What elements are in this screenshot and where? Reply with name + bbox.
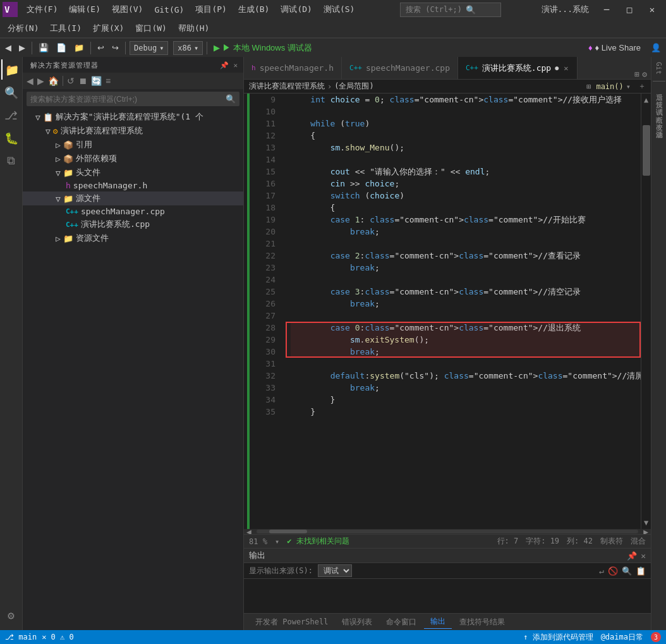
code-line-19[interactable]: case 1: class="comment-cn">class="commen… — [291, 214, 641, 226]
activity-settings[interactable]: ⚙ — [1, 605, 21, 625]
right-debug-icon[interactable]: 调试 — [653, 100, 665, 106]
activity-extensions[interactable]: ⧉ — [1, 150, 21, 171]
sidebar-home-btn[interactable]: 🏠 — [47, 75, 60, 87]
code-line-14[interactable] — [291, 154, 641, 166]
code-line-9[interactable]: int choice = 0; class="comment-cn">class… — [291, 94, 641, 106]
code-line-29[interactable]: sm.exitSystem(); — [291, 334, 641, 346]
tree-project[interactable]: ▽ ⚙ 演讲比赛流程管理系统 — [23, 124, 243, 138]
tree-resources[interactable]: ▷ 📁 资源文件 — [23, 231, 243, 245]
code-line-16[interactable]: cin >> choice; — [291, 178, 641, 190]
back-button[interactable]: ◀ — [3, 42, 14, 54]
code-line-20[interactable]: break; — [291, 226, 641, 238]
tree-external-deps[interactable]: ▷ 📦 外部依赖项 — [23, 152, 243, 166]
menu-git[interactable]: Git(G) — [149, 4, 189, 16]
code-line-13[interactable]: sm.show_Menu(); — [291, 142, 641, 154]
code-line-28[interactable]: case 0:class="comment-cn">class="comment… — [291, 322, 641, 334]
right-breakpoint-icon[interactable]: 断点 — [653, 108, 665, 113]
run-button[interactable]: ▶ ▶ 本地 Windows 调试器 — [211, 41, 315, 55]
zoom-dropdown[interactable]: ▾ — [275, 537, 279, 546]
code-line-33[interactable]: break; — [291, 382, 641, 394]
tab-speechmanager-cpp[interactable]: C++ speechManager.cpp — [342, 57, 458, 79]
tab-close-button[interactable]: ✕ — [562, 64, 569, 73]
breadcrumb-scope[interactable]: (全局范围) — [334, 81, 373, 92]
code-line-31[interactable] — [291, 358, 641, 370]
sidebar-forward-btn[interactable]: ▶ — [36, 75, 45, 87]
output-clear-icon[interactable]: 🚫 — [608, 566, 618, 576]
sidebar-back-btn[interactable]: ◀ — [25, 75, 35, 87]
horizontal-scrollbar[interactable]: ◀ ▶ — [244, 529, 651, 534]
output-wrap-icon[interactable]: ↵ — [599, 566, 604, 576]
code-line-24[interactable] — [291, 274, 641, 286]
activity-debug[interactable]: 🐛 — [1, 128, 21, 148]
close-sidebar-icon[interactable]: ✕ — [233, 61, 238, 70]
zoom-level[interactable]: 81 % — [249, 537, 267, 546]
sidebar-sync-btn[interactable]: 🔄 — [90, 75, 103, 87]
close-button[interactable]: ✕ — [641, 0, 663, 19]
code-line-30[interactable]: break; — [291, 346, 641, 358]
pin-icon[interactable]: 📌 — [220, 61, 229, 70]
menu-view[interactable]: 视图(V) — [107, 3, 148, 16]
breadcrumb-add-icon[interactable]: ＋ — [638, 81, 646, 92]
menu-edit[interactable]: 编辑(E) — [64, 3, 105, 16]
tab-powershell[interactable]: 开发者 PowerShell — [249, 616, 334, 629]
h-scroll-track[interactable] — [257, 530, 638, 533]
scroll-down-btn[interactable]: ▼ — [641, 516, 651, 529]
status-account[interactable]: @daima日常 — [601, 632, 643, 643]
menu-extensions[interactable]: 扩展(X) — [88, 21, 129, 35]
menu-file[interactable]: 文件(F) — [21, 3, 63, 16]
menu-project[interactable]: 项目(P) — [190, 3, 231, 16]
platform-dropdown[interactable]: x86 ▾ — [173, 41, 203, 55]
sidebar-stop-btn[interactable]: ⏹ — [77, 75, 88, 87]
restore-button[interactable]: □ — [618, 0, 641, 19]
code-line-23[interactable]: break; — [291, 262, 641, 274]
menu-help[interactable]: 帮助(H) — [173, 21, 214, 35]
open-button[interactable]: 📁 — [71, 42, 87, 54]
tab-command[interactable]: 命令窗口 — [380, 616, 423, 629]
code-content[interactable]: int choice = 0; class="comment-cn">class… — [286, 94, 641, 529]
code-line-32[interactable]: default:system("cls"); class="comment-cn… — [291, 370, 641, 382]
menu-analyze[interactable]: 分析(N) — [3, 21, 44, 35]
code-line-21[interactable] — [291, 238, 641, 250]
tree-headers[interactable]: ▽ 📁 头文件 — [23, 166, 243, 179]
code-line-17[interactable]: switch (choice) — [291, 190, 641, 202]
breadcrumb-file[interactable]: 演讲比赛流程管理系统 — [249, 81, 325, 92]
tab-errors[interactable]: 错误列表 — [336, 616, 378, 629]
status-source-control[interactable]: ↑ 添加到源代码管理 — [523, 632, 593, 643]
menu-tools[interactable]: 工具(I) — [45, 21, 86, 35]
undo-button[interactable]: ↩ — [95, 42, 107, 54]
activity-explorer[interactable]: 📁 — [1, 59, 21, 80]
code-line-15[interactable]: cout << "请输入你的选择：" << endl; — [291, 166, 641, 178]
new-file-button[interactable]: 📄 — [54, 42, 69, 54]
scroll-track[interactable] — [641, 106, 651, 516]
output-close-icon[interactable]: ✕ — [641, 551, 646, 561]
code-line-25[interactable]: case 3:class="comment-cn">class="comment… — [291, 286, 641, 298]
code-line-35[interactable]: } — [291, 406, 641, 418]
tab-type[interactable]: 制表符 — [600, 536, 623, 547]
sidebar-refresh-btn[interactable]: ↺ — [66, 75, 76, 87]
line-status[interactable]: 行: 7 — [497, 536, 519, 547]
redo-button[interactable]: ↪ — [109, 42, 121, 54]
scroll-up-btn[interactable]: ▲ — [641, 94, 651, 106]
code-line-10[interactable] — [291, 106, 641, 118]
problems-status[interactable]: ✔ 未找到相关问题 — [287, 536, 349, 547]
code-line-18[interactable]: { — [291, 202, 641, 214]
code-line-12[interactable]: { — [291, 130, 641, 142]
activity-search[interactable]: 🔍 — [1, 82, 21, 102]
forward-button[interactable]: ▶ — [16, 42, 28, 54]
vertical-scrollbar[interactable]: ▲ ▼ — [641, 94, 651, 529]
output-find-icon[interactable]: 🔍 — [622, 566, 632, 576]
search-input[interactable] — [30, 95, 226, 104]
tab-main-cpp[interactable]: C++ 演讲比赛系统.cpp ● ✕ — [458, 57, 578, 79]
save-button[interactable]: 💾 — [36, 42, 51, 54]
code-line-11[interactable]: while (true) — [291, 118, 641, 130]
code-line-26[interactable]: break; — [291, 298, 641, 310]
menu-build[interactable]: 生成(B) — [233, 3, 274, 16]
scroll-thumb[interactable] — [643, 125, 650, 176]
tree-speechmanager-cpp[interactable]: C++ speechManager.cpp — [23, 205, 243, 217]
tab-settings-icon[interactable]: ⚙ — [642, 70, 647, 79]
sidebar-more-btn[interactable]: ≡ — [104, 75, 112, 87]
tree-main-cpp[interactable]: C++ 演讲比赛系统.cpp — [23, 217, 243, 231]
tree-source-files[interactable]: ▽ 📁 源文件 — [23, 191, 243, 205]
menu-test[interactable]: 测试(S) — [318, 3, 360, 16]
menu-debug[interactable]: 调试(D) — [275, 3, 317, 16]
